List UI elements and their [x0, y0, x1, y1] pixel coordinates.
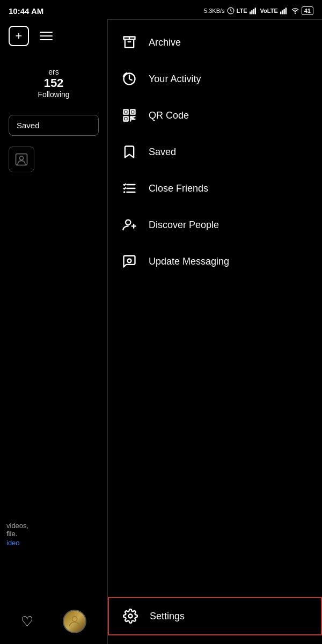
- settings-section[interactable]: Settings: [108, 597, 322, 635]
- status-bar: 10:44 AM 5.3KB/s LTE VoLTE 41: [0, 0, 322, 19]
- svg-point-23: [123, 191, 126, 193]
- menu-item-discover-people[interactable]: Discover People: [108, 207, 322, 243]
- svg-rect-18: [132, 111, 134, 113]
- right-panel: Archive Your Activity: [108, 19, 322, 644]
- close-friends-icon: [121, 180, 138, 197]
- menu-item-your-activity[interactable]: Your Activity: [108, 61, 322, 97]
- following-number: 152: [9, 76, 99, 90]
- person-icon: [14, 152, 29, 167]
- saved-icon: [121, 143, 138, 160]
- svg-point-25: [128, 259, 131, 262]
- settings-icon: [122, 608, 139, 625]
- signal-icon-2: [280, 7, 289, 14]
- svg-point-26: [129, 614, 133, 618]
- following-label: Following: [9, 90, 99, 99]
- archive-label: Archive: [149, 37, 181, 48]
- your-activity-label: Your Activity: [149, 74, 201, 85]
- clock-icon: [227, 7, 235, 14]
- svg-rect-7: [283, 9, 284, 14]
- saved-button[interactable]: Saved: [9, 115, 99, 136]
- profile-image-placeholder: [9, 147, 34, 172]
- menu-item-close-friends[interactable]: Close Friends: [108, 170, 322, 207]
- new-post-icon[interactable]: +: [9, 26, 29, 46]
- svg-rect-17: [125, 111, 127, 113]
- volte-badge: VoLTE: [260, 8, 278, 14]
- bottom-description: videos, file. ideo: [0, 522, 35, 547]
- menu-item-update-messaging[interactable]: Update Messaging: [108, 243, 322, 280]
- signal-icon: [250, 7, 258, 14]
- svg-point-9: [295, 13, 295, 13]
- svg-rect-19: [125, 118, 127, 120]
- wifi-icon: [291, 7, 299, 14]
- main-layout: + ers 152 Following Saved: [0, 19, 322, 644]
- archive-icon: [121, 34, 138, 51]
- hamburger-menu-icon[interactable]: [40, 32, 53, 40]
- menu-item-archive[interactable]: Archive: [108, 24, 322, 61]
- svg-rect-6: [282, 10, 283, 14]
- profile-avatar[interactable]: [63, 610, 86, 633]
- your-activity-icon: [121, 70, 138, 87]
- avatar-icon: [67, 614, 82, 629]
- svg-point-24: [126, 220, 130, 225]
- description-line1: videos,: [6, 522, 28, 530]
- top-icons: +: [9, 26, 99, 46]
- update-messaging-label: Update Messaging: [149, 256, 229, 267]
- bottom-nav: ♡: [0, 610, 107, 633]
- svg-rect-5: [280, 12, 281, 14]
- network-speed: 5.3KB/s: [204, 8, 225, 14]
- discover-people-label: Discover People: [149, 219, 219, 231]
- svg-point-12: [72, 617, 77, 621]
- svg-rect-8: [285, 8, 286, 14]
- qr-code-icon: [121, 107, 138, 124]
- discover-people-icon: [121, 216, 138, 233]
- qr-code-label: QR Code: [149, 110, 189, 121]
- svg-point-11: [20, 156, 24, 160]
- followers-partial: ers: [48, 68, 58, 76]
- settings-label: Settings: [150, 611, 185, 622]
- svg-rect-4: [254, 8, 255, 14]
- update-messaging-icon: [121, 253, 138, 270]
- description-link[interactable]: ideo: [6, 539, 20, 547]
- close-friends-label: Close Friends: [149, 183, 208, 194]
- heart-icon[interactable]: ♡: [21, 613, 33, 630]
- menu-spacer: [108, 313, 322, 597]
- menu-item-saved[interactable]: Saved: [108, 134, 322, 170]
- battery-level: 41: [302, 6, 313, 15]
- svg-rect-1: [250, 12, 251, 14]
- lte-badge: LTE: [237, 8, 247, 14]
- svg-rect-3: [253, 9, 254, 14]
- menu-items: Archive Your Activity: [108, 20, 322, 313]
- menu-item-qr-code[interactable]: QR Code: [108, 97, 322, 134]
- saved-label: Saved: [149, 147, 176, 158]
- status-right: 5.3KB/s LTE VoLTE 41: [204, 6, 313, 15]
- description-line2: file.: [6, 530, 28, 538]
- status-time: 10:44 AM: [9, 6, 43, 16]
- left-panel: + ers 152 Following Saved: [0, 19, 107, 644]
- following-stats: ers 152 Following: [9, 68, 99, 99]
- svg-rect-2: [251, 10, 252, 14]
